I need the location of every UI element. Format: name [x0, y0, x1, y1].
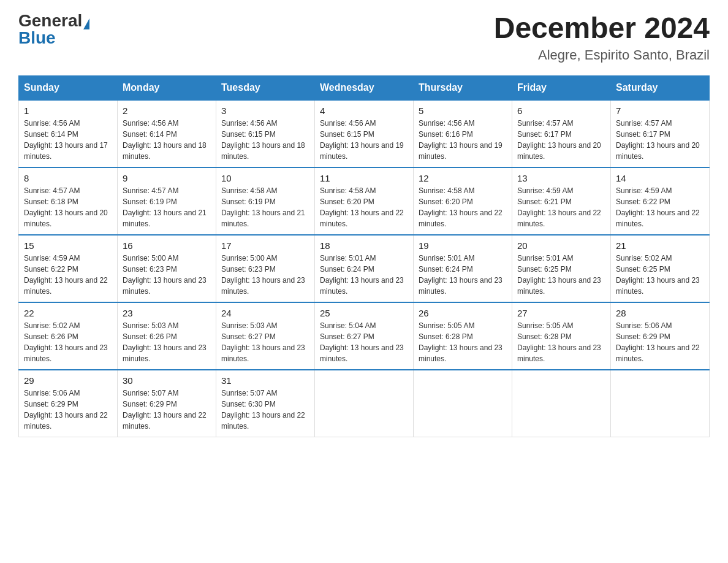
calendar-cell: 4Sunrise: 4:56 AMSunset: 6:15 PMDaylight… [315, 100, 414, 167]
calendar-title: December 2024 [494, 12, 710, 45]
weekday-header-saturday: Saturday [611, 75, 710, 100]
day-number: 22 [24, 308, 112, 318]
day-info: Sunrise: 4:57 AMSunset: 6:19 PMDaylight:… [123, 185, 211, 229]
calendar-cell: 31Sunrise: 5:07 AMSunset: 6:30 PMDayligh… [216, 370, 315, 437]
day-info: Sunrise: 5:02 AMSunset: 6:26 PMDaylight:… [24, 320, 112, 364]
logo-general-text: General [18, 11, 82, 30]
calendar-cell: 15Sunrise: 4:59 AMSunset: 6:22 PMDayligh… [19, 235, 118, 302]
day-info: Sunrise: 5:03 AMSunset: 6:27 PMDaylight:… [221, 320, 309, 364]
day-info: Sunrise: 5:04 AMSunset: 6:27 PMDaylight:… [320, 320, 408, 364]
calendar-cell: 11Sunrise: 4:58 AMSunset: 6:20 PMDayligh… [315, 167, 414, 235]
calendar-cell: 17Sunrise: 5:00 AMSunset: 6:23 PMDayligh… [216, 235, 315, 302]
day-number: 2 [123, 105, 211, 116]
calendar-cell: 26Sunrise: 5:05 AMSunset: 6:28 PMDayligh… [414, 302, 512, 370]
day-number: 20 [517, 240, 605, 251]
day-info: Sunrise: 5:05 AMSunset: 6:28 PMDaylight:… [419, 320, 507, 364]
calendar-cell [414, 370, 512, 437]
day-info: Sunrise: 5:07 AMSunset: 6:30 PMDaylight:… [221, 388, 309, 432]
day-info: Sunrise: 5:00 AMSunset: 6:23 PMDaylight:… [221, 253, 309, 297]
calendar-cell: 14Sunrise: 4:59 AMSunset: 6:22 PMDayligh… [611, 167, 710, 235]
day-number: 9 [123, 173, 211, 183]
day-info: Sunrise: 5:01 AMSunset: 6:25 PMDaylight:… [517, 253, 605, 297]
day-number: 7 [616, 105, 704, 116]
calendar-cell: 30Sunrise: 5:07 AMSunset: 6:29 PMDayligh… [118, 370, 216, 437]
calendar-week-row: 8Sunrise: 4:57 AMSunset: 6:18 PMDaylight… [19, 167, 710, 235]
calendar-cell: 24Sunrise: 5:03 AMSunset: 6:27 PMDayligh… [216, 302, 315, 370]
day-info: Sunrise: 4:59 AMSunset: 6:21 PMDaylight:… [517, 185, 605, 229]
day-number: 4 [320, 105, 408, 116]
calendar-cell [315, 370, 414, 437]
logo-triangle-icon [83, 18, 89, 29]
calendar-cell: 8Sunrise: 4:57 AMSunset: 6:18 PMDaylight… [19, 167, 118, 235]
calendar-cell: 22Sunrise: 5:02 AMSunset: 6:26 PMDayligh… [19, 302, 118, 370]
day-number: 23 [123, 308, 211, 318]
day-info: Sunrise: 4:59 AMSunset: 6:22 PMDaylight:… [616, 185, 704, 229]
day-info: Sunrise: 5:06 AMSunset: 6:29 PMDaylight:… [24, 388, 112, 432]
calendar-cell: 23Sunrise: 5:03 AMSunset: 6:26 PMDayligh… [118, 302, 216, 370]
day-number: 11 [320, 173, 408, 183]
day-info: Sunrise: 5:02 AMSunset: 6:25 PMDaylight:… [616, 253, 704, 297]
day-number: 8 [24, 173, 112, 183]
calendar-cell: 27Sunrise: 5:05 AMSunset: 6:28 PMDayligh… [512, 302, 611, 370]
calendar-cell: 2Sunrise: 4:56 AMSunset: 6:14 PMDaylight… [118, 100, 216, 167]
day-info: Sunrise: 5:07 AMSunset: 6:29 PMDaylight:… [123, 388, 211, 432]
day-info: Sunrise: 5:03 AMSunset: 6:26 PMDaylight:… [123, 320, 211, 364]
day-number: 31 [221, 375, 309, 386]
logo-top-line: General [18, 12, 89, 29]
day-number: 12 [419, 173, 507, 183]
day-info: Sunrise: 5:01 AMSunset: 6:24 PMDaylight:… [320, 253, 408, 297]
day-info: Sunrise: 5:01 AMSunset: 6:24 PMDaylight:… [419, 253, 507, 297]
day-number: 10 [221, 173, 309, 183]
calendar-week-row: 22Sunrise: 5:02 AMSunset: 6:26 PMDayligh… [19, 302, 710, 370]
day-info: Sunrise: 4:57 AMSunset: 6:17 PMDaylight:… [616, 118, 704, 162]
day-info: Sunrise: 4:57 AMSunset: 6:17 PMDaylight:… [517, 118, 605, 162]
day-number: 13 [517, 173, 605, 183]
calendar-cell: 19Sunrise: 5:01 AMSunset: 6:24 PMDayligh… [414, 235, 512, 302]
weekday-header-thursday: Thursday [414, 75, 512, 100]
day-number: 14 [616, 173, 704, 183]
weekday-header-wednesday: Wednesday [315, 75, 414, 100]
calendar-cell: 3Sunrise: 4:56 AMSunset: 6:15 PMDaylight… [216, 100, 315, 167]
day-info: Sunrise: 4:58 AMSunset: 6:19 PMDaylight:… [221, 185, 309, 229]
calendar-week-row: 29Sunrise: 5:06 AMSunset: 6:29 PMDayligh… [19, 370, 710, 437]
logo: General Blue [18, 12, 89, 47]
weekday-header-row: SundayMondayTuesdayWednesdayThursdayFrid… [19, 75, 710, 100]
calendar-cell: 10Sunrise: 4:58 AMSunset: 6:19 PMDayligh… [216, 167, 315, 235]
weekday-header-monday: Monday [118, 75, 216, 100]
day-number: 25 [320, 308, 408, 318]
calendar-cell: 20Sunrise: 5:01 AMSunset: 6:25 PMDayligh… [512, 235, 611, 302]
day-number: 27 [517, 308, 605, 318]
weekday-header-tuesday: Tuesday [216, 75, 315, 100]
day-number: 21 [616, 240, 704, 251]
title-area: December 2024 Alegre, Espirito Santo, Br… [494, 12, 710, 63]
day-number: 15 [24, 240, 112, 251]
day-number: 3 [221, 105, 309, 116]
day-number: 28 [616, 308, 704, 318]
calendar-table: SundayMondayTuesdayWednesdayThursdayFrid… [18, 75, 710, 438]
calendar-header: SundayMondayTuesdayWednesdayThursdayFrid… [19, 75, 710, 100]
day-info: Sunrise: 4:56 AMSunset: 6:15 PMDaylight:… [221, 118, 309, 162]
calendar-cell: 13Sunrise: 4:59 AMSunset: 6:21 PMDayligh… [512, 167, 611, 235]
calendar-cell: 16Sunrise: 5:00 AMSunset: 6:23 PMDayligh… [118, 235, 216, 302]
calendar-week-row: 15Sunrise: 4:59 AMSunset: 6:22 PMDayligh… [19, 235, 710, 302]
calendar-cell: 21Sunrise: 5:02 AMSunset: 6:25 PMDayligh… [611, 235, 710, 302]
day-info: Sunrise: 4:58 AMSunset: 6:20 PMDaylight:… [320, 185, 408, 229]
calendar-cell [611, 370, 710, 437]
day-number: 29 [24, 375, 112, 386]
calendar-cell: 9Sunrise: 4:57 AMSunset: 6:19 PMDaylight… [118, 167, 216, 235]
day-number: 6 [517, 105, 605, 116]
calendar-cell: 28Sunrise: 5:06 AMSunset: 6:29 PMDayligh… [611, 302, 710, 370]
calendar-cell: 6Sunrise: 4:57 AMSunset: 6:17 PMDaylight… [512, 100, 611, 167]
day-info: Sunrise: 5:06 AMSunset: 6:29 PMDaylight:… [616, 320, 704, 364]
calendar-cell: 5Sunrise: 4:56 AMSunset: 6:16 PMDaylight… [414, 100, 512, 167]
calendar-cell: 7Sunrise: 4:57 AMSunset: 6:17 PMDaylight… [611, 100, 710, 167]
day-number: 26 [419, 308, 507, 318]
calendar-subtitle: Alegre, Espirito Santo, Brazil [494, 47, 710, 63]
day-info: Sunrise: 5:00 AMSunset: 6:23 PMDaylight:… [123, 253, 211, 297]
calendar-cell: 12Sunrise: 4:58 AMSunset: 6:20 PMDayligh… [414, 167, 512, 235]
day-number: 24 [221, 308, 309, 318]
calendar-week-row: 1Sunrise: 4:56 AMSunset: 6:14 PMDaylight… [19, 100, 710, 167]
day-number: 16 [123, 240, 211, 251]
logo-bottom-line: Blue [18, 29, 56, 47]
page-header: General Blue December 2024 Alegre, Espir… [18, 12, 710, 63]
